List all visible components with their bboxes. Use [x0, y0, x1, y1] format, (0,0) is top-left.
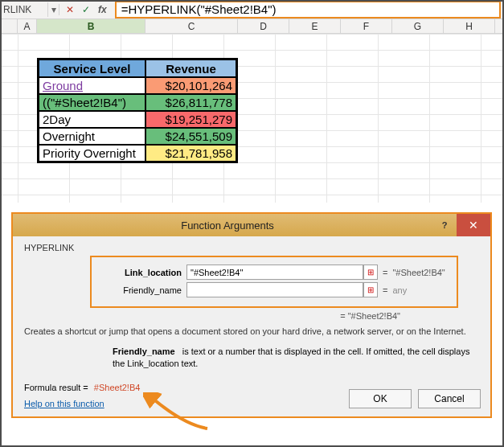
cell-service[interactable]: Overnight: [39, 128, 145, 145]
arg-label-link-location: Link_location: [98, 268, 186, 277]
cell-service[interactable]: Ground: [39, 77, 145, 94]
function-description: Creates a shortcut or jump that opens a …: [24, 326, 479, 338]
header-service-level: Service Level: [39, 59, 145, 77]
dialog-help-icon[interactable]: ?: [432, 220, 457, 230]
name-box-dropdown-icon[interactable]: ▾: [48, 4, 59, 15]
worksheet-grid[interactable]: Service Level Revenue Ground $20,101,264…: [0, 34, 504, 203]
dialog-close-icon[interactable]: ✕: [457, 214, 490, 236]
table-row: (("#Sheet2!B4") $26,811,778: [39, 94, 236, 111]
cell-revenue[interactable]: $26,811,778: [145, 94, 236, 111]
formula-text: =HYPERLINK("#Sheet2!B4"): [121, 2, 277, 16]
select-all-corner[interactable]: [0, 19, 18, 33]
cell-revenue[interactable]: $20,101,264: [145, 77, 236, 94]
function-name-label: HYPERLINK: [24, 243, 479, 252]
equals-sign: =: [383, 268, 387, 277]
dialog-body: HYPERLINK Link_location ⊞ = "#Sheet2!B4"…: [13, 236, 490, 416]
range-picker-icon[interactable]: ⊞: [363, 282, 378, 297]
column-header-F[interactable]: F: [341, 19, 392, 33]
function-arguments-dialog: Function Arguments ? ✕ HYPERLINK Link_lo…: [11, 212, 492, 418]
arg-input-friendly-name[interactable]: [186, 282, 363, 297]
column-header-G[interactable]: G: [392, 19, 444, 33]
header-revenue: Revenue: [145, 59, 236, 77]
column-header-E[interactable]: E: [289, 19, 341, 33]
param-desc-label: Friendly_name: [113, 347, 175, 356]
cell-service-editing[interactable]: (("#Sheet2!B4"): [39, 94, 145, 111]
cell-revenue[interactable]: $21,781,958: [145, 145, 236, 162]
dialog-titlebar[interactable]: Function Arguments ? ✕: [13, 214, 490, 236]
dialog-title: Function Arguments: [23, 219, 432, 232]
help-on-function-link[interactable]: Help on this function: [24, 399, 104, 408]
cell-revenue[interactable]: $24,551,509: [145, 128, 236, 145]
ok-button[interactable]: OK: [349, 389, 412, 408]
column-header-C[interactable]: C: [145, 19, 238, 33]
formula-input[interactable]: =HYPERLINK("#Sheet2!B4"): [115, 1, 501, 18]
table-row: 2Day $19,251,279: [39, 111, 236, 128]
formula-bar-icons: ✕ ✓ fx: [59, 4, 113, 15]
cancel-icon[interactable]: ✕: [66, 4, 74, 15]
table-row: Overnight $24,551,509: [39, 128, 236, 145]
arg-row-friendly-name: Friendly_name ⊞ = any: [98, 282, 450, 297]
formula-result-label: Formula result =: [24, 383, 88, 392]
cancel-button[interactable]: Cancel: [418, 389, 481, 408]
cell-service[interactable]: 2Day: [39, 111, 145, 128]
arg-input-link-location[interactable]: [186, 265, 363, 280]
equals-sign: =: [383, 285, 387, 295]
table-row: Priority Overnight $21,781,958: [39, 145, 236, 162]
range-picker-icon[interactable]: ⊞: [363, 265, 378, 280]
cell-service[interactable]: Priority Overnight: [39, 145, 145, 162]
cell-revenue[interactable]: $19,251,279: [145, 111, 236, 128]
column-header-D[interactable]: D: [238, 19, 289, 33]
table-row: Ground $20,101,264: [39, 77, 236, 94]
fx-icon[interactable]: fx: [98, 4, 107, 15]
name-box[interactable]: RLINK: [0, 2, 48, 17]
column-header-B[interactable]: B: [37, 19, 145, 33]
arguments-block: Link_location ⊞ = "#Sheet2!B4" Friendly_…: [90, 256, 458, 308]
enter-icon[interactable]: ✓: [82, 4, 90, 15]
column-header-A[interactable]: A: [18, 19, 37, 33]
table-header-row: Service Level Revenue: [39, 59, 236, 77]
formula-result-value: #Sheet2!B4: [94, 383, 141, 392]
column-headers: A B C D E F G H: [0, 19, 504, 34]
param-description: Friendly_name is text or a number that i…: [113, 346, 479, 370]
arg-label-friendly-name: Friendly_name: [98, 285, 186, 295]
formula-bar: RLINK ▾ ✕ ✓ fx =HYPERLINK("#Sheet2!B4"): [0, 0, 504, 19]
data-table: Service Level Revenue Ground $20,101,264…: [37, 58, 238, 163]
column-header-H[interactable]: H: [444, 19, 495, 33]
arg-row-link-location: Link_location ⊞ = "#Sheet2!B4": [98, 265, 450, 280]
arg-eval-friendly-name: any: [392, 285, 407, 295]
evaluated-result: = "#Sheet2!B4": [24, 311, 479, 321]
arg-eval-link-location: "#Sheet2!B4": [392, 268, 445, 277]
dialog-buttons: OK Cancel: [349, 389, 481, 408]
